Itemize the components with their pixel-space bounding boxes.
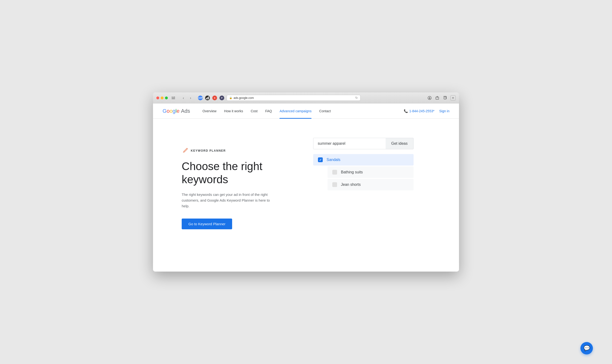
phone-number: 1-844-245-2553* xyxy=(409,109,434,113)
right-widget: Get ideas ✓ Sandals xyxy=(297,138,430,191)
extension-icons: ADP ● P xyxy=(198,96,224,100)
ext-adp-icon[interactable]: ADP xyxy=(198,96,203,100)
lock-icon: 🔒 xyxy=(229,96,232,99)
close-button[interactable] xyxy=(156,96,159,99)
logo-google: Google xyxy=(163,108,179,114)
main-heading: Choose the right keywords xyxy=(182,160,297,186)
svg-rect-0 xyxy=(172,97,173,97)
new-tab-button[interactable]: + xyxy=(450,95,456,101)
suggestion-bathing-suits[interactable]: Bathing suits xyxy=(327,167,414,178)
ext-circle-icon[interactable]: ● xyxy=(212,96,217,100)
svg-rect-6 xyxy=(208,96,209,99)
svg-rect-2 xyxy=(172,99,175,99)
suggestion-sandals-text: Sandals xyxy=(326,158,340,162)
svg-rect-1 xyxy=(172,98,175,98)
chat-button[interactable]: 💬 xyxy=(580,342,593,354)
nav-right: 📞 1-844-245-2553* Sign in xyxy=(404,109,449,113)
share-icon[interactable] xyxy=(435,96,439,100)
kp-label-text: KEYWORD PLANNER xyxy=(191,149,226,152)
suggestion-sandals[interactable]: ✓ Sandals xyxy=(313,154,414,166)
nav-links: Overview How it works Cost FAQ Advanced … xyxy=(199,104,404,119)
main-description: The right keywords can get your ad in fr… xyxy=(182,192,272,209)
svg-rect-3 xyxy=(173,97,175,97)
search-row: Get ideas xyxy=(313,138,414,149)
forward-button[interactable]: › xyxy=(187,95,194,101)
browser-navigation: ‹ › xyxy=(180,95,194,101)
page-content: Google Ads Overview How it works Cost FA… xyxy=(153,104,459,272)
svg-rect-5 xyxy=(207,97,208,99)
browser-window: ‹ › ADP ● P 🔒 ads.google.com ↻ xyxy=(153,92,459,272)
svg-rect-4 xyxy=(206,98,207,99)
checkbox-jean-shorts[interactable] xyxy=(332,182,337,187)
maximize-button[interactable] xyxy=(165,96,168,99)
suggestion-jean-shorts[interactable]: Jean shorts xyxy=(327,179,414,190)
refresh-icon[interactable]: ↻ xyxy=(355,96,358,100)
left-content: KEYWORD PLANNER Choose the right keyword… xyxy=(182,138,297,229)
browser-traffic-lights xyxy=(156,96,168,99)
address-bar[interactable]: 🔒 ads.google.com ↻ xyxy=(227,95,361,101)
nav-advanced-campaigns[interactable]: Advanced campaigns xyxy=(276,104,315,119)
logo-ads-text: Ads xyxy=(181,108,190,114)
get-ideas-button[interactable]: Get ideas xyxy=(386,138,414,149)
duplicate-icon[interactable] xyxy=(443,96,447,100)
logo-link[interactable]: Google Ads xyxy=(163,108,190,114)
url-text: ads.google.com xyxy=(233,96,254,100)
chat-icon: 💬 xyxy=(584,345,590,351)
nav-cost[interactable]: Cost xyxy=(247,104,261,119)
nav-overview[interactable]: Overview xyxy=(199,104,220,119)
site-nav: Google Ads Overview How it works Cost FA… xyxy=(153,104,459,119)
cta-keyword-planner-button[interactable]: Go to Keyword Planner xyxy=(182,219,232,229)
nav-how-it-works[interactable]: How it works xyxy=(220,104,247,119)
main-section: KEYWORD PLANNER Choose the right keyword… xyxy=(153,119,459,272)
svg-rect-9 xyxy=(444,97,446,99)
nav-contact[interactable]: Contact xyxy=(315,104,334,119)
phone-link[interactable]: 📞 1-844-245-2553* xyxy=(404,109,434,113)
nav-faq[interactable]: FAQ xyxy=(261,104,276,119)
minimize-button[interactable] xyxy=(161,96,163,99)
keyword-planner-icon xyxy=(182,147,188,154)
ext-bar-icon[interactable] xyxy=(205,96,210,100)
suggestion-bathing-suits-text: Bathing suits xyxy=(341,170,363,174)
checkbox-sandals[interactable]: ✓ xyxy=(318,157,323,162)
sidebar-toggle-button[interactable] xyxy=(170,95,177,101)
download-icon[interactable] xyxy=(427,96,432,100)
checkbox-bathing-suits[interactable] xyxy=(332,170,337,175)
ext-pocket-icon[interactable]: P xyxy=(219,96,224,100)
sign-in-link[interactable]: Sign in xyxy=(439,109,449,113)
suggestion-jean-shorts-text: Jean shorts xyxy=(341,182,361,187)
checkmark-icon: ✓ xyxy=(319,158,322,162)
back-button[interactable]: ‹ xyxy=(180,95,187,101)
browser-toolbar: + xyxy=(427,95,456,101)
keyword-planner-label: KEYWORD PLANNER xyxy=(182,147,297,154)
browser-titlebar: ‹ › ADP ● P 🔒 ads.google.com ↻ xyxy=(153,92,459,104)
phone-icon: 📞 xyxy=(404,109,408,113)
keyword-search-input[interactable] xyxy=(313,138,386,149)
suggestions-area: ✓ Sandals Bathing suits Jean shor xyxy=(313,154,414,190)
widget-container: Get ideas ✓ Sandals xyxy=(313,138,414,191)
